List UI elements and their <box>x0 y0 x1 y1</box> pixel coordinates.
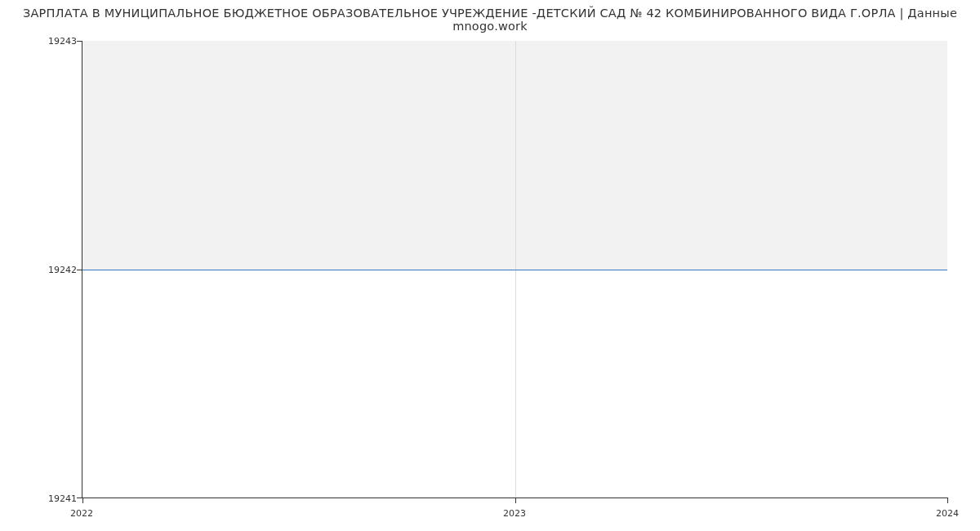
xtick-2023 <box>515 498 516 503</box>
ytick-19241 <box>77 498 82 498</box>
ytick-label-19242: 19242 <box>41 265 77 275</box>
data-line <box>82 270 947 270</box>
xtick-label-2024: 2024 <box>936 508 959 519</box>
ytick-label-19243: 19243 <box>41 36 77 47</box>
xtick-label-2022: 2022 <box>70 508 93 519</box>
xtick-2024 <box>947 498 948 503</box>
xtick-2022 <box>82 498 83 503</box>
chart-title: ЗАРПЛАТА В МУНИЦИПАЛЬНОЕ БЮДЖЕТНОЕ ОБРАЗ… <box>0 7 980 33</box>
ytick-19242 <box>77 270 82 270</box>
ytick-19243 <box>77 41 82 42</box>
xtick-label-2023: 2023 <box>503 508 526 519</box>
ytick-label-19241: 19241 <box>41 493 77 504</box>
plot-area <box>82 41 947 498</box>
chart-container: ЗАРПЛАТА В МУНИЦИПАЛЬНОЕ БЮДЖЕТНОЕ ОБРАЗ… <box>0 0 980 531</box>
